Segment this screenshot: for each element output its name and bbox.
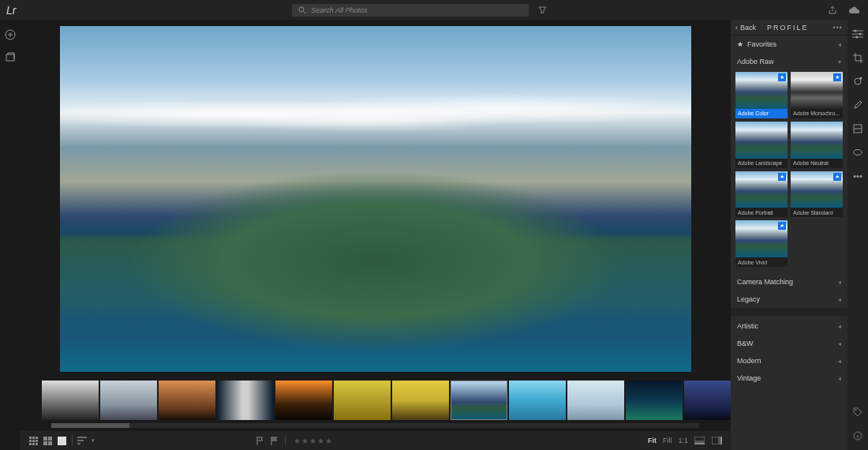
more-icon[interactable]: ••• [851,170,864,182]
profile-section[interactable]: Legacy◂ [731,291,847,308]
star-icon[interactable]: ★ [294,437,301,445]
profile-label: Adobe Vivid [735,257,788,267]
favorite-badge-icon: ★ [833,73,841,81]
star-icon: ★ [737,40,743,48]
filmstrip-thumb[interactable] [275,381,332,420]
svg-rect-17 [58,437,66,445]
radial-gradient-icon[interactable] [851,146,864,159]
rating-stars[interactable]: ★ ★ ★ ★ ★ [294,437,332,445]
strip-vertical-icon[interactable] [712,435,723,446]
star-icon[interactable]: ★ [325,437,332,445]
svg-rect-3 [6,54,14,61]
svg-rect-4 [29,437,32,439]
divider [285,436,286,445]
svg-rect-6 [36,437,38,439]
panel-menu-icon[interactable]: ••• [833,24,843,32]
svg-rect-12 [36,443,38,445]
profile-section[interactable]: Artistic◂ [731,317,847,335]
svg-rect-13 [43,437,47,441]
star-icon[interactable]: ★ [317,437,324,445]
svg-rect-19 [694,443,705,445]
profile-group-header[interactable]: Adobe Raw ▾ [731,53,847,70]
single-view-icon[interactable] [56,435,67,446]
app-logo: Lr [6,4,16,17]
filmstrip[interactable] [20,378,731,422]
profile-section[interactable]: Modern◂ [731,352,847,369]
library-icon[interactable] [5,51,16,62]
flag-pick-icon[interactable] [255,435,266,446]
filmstrip-thumb[interactable] [217,381,274,420]
crop-icon[interactable] [851,51,864,64]
profile-section[interactable]: Camera Matching◂ [731,273,847,291]
search-input[interactable]: Search All Photos [292,4,529,17]
profile-thumb [735,122,788,159]
favorites-section[interactable]: ★ Favorites ◂ [731,36,847,53]
chevron-left-icon: ◂ [838,323,841,330]
zoom-1to1[interactable]: 1:1 [678,437,688,444]
profile-thumb: ★ [791,171,843,208]
svg-point-23 [859,33,862,36]
cloud-icon[interactable] [847,3,862,17]
svg-point-0 [299,7,304,12]
filter-icon[interactable] [535,3,549,17]
svg-point-28 [854,150,862,156]
chevron-down-icon: ▾ [92,437,95,444]
profile-section[interactable]: Vintage◂ [731,369,847,387]
zoom-fill[interactable]: Fill [663,437,672,444]
add-photos-icon[interactable] [5,29,16,40]
favorite-badge-icon: ★ [778,222,786,230]
profile-label: Adobe Portrait [735,208,788,217]
profile-thumb: ★ [735,72,788,109]
filmstrip-scrollbar[interactable] [51,423,699,428]
grid-large-icon[interactable] [42,435,53,446]
chevron-left-icon: ◂ [838,340,841,347]
profile-label: Adobe Monochro... [791,109,843,118]
panel-header: ‹Back PROFILE ••• [731,20,847,36]
grid-small-icon[interactable] [28,435,39,446]
filmstrip-thumb[interactable] [159,381,215,420]
svg-rect-18 [694,437,705,441]
filmstrip-thumb[interactable] [567,381,624,420]
filmstrip-thumb[interactable] [509,381,566,420]
profile-card[interactable]: ★Adobe Color [735,72,788,118]
favorite-badge-icon: ★ [778,173,786,181]
star-icon[interactable]: ★ [309,437,316,445]
svg-rect-9 [36,440,38,442]
filmstrip-thumb[interactable] [334,381,391,420]
search-placeholder: Search All Photos [311,6,367,14]
sort-icon[interactable] [77,435,88,446]
filmstrip-thumb[interactable] [684,381,731,420]
svg-rect-8 [32,440,35,442]
heal-icon[interactable] [851,75,864,88]
svg-point-22 [855,30,857,32]
back-button[interactable]: ‹Back [735,24,756,32]
search-icon [298,6,306,14]
zoom-fit[interactable]: Fit [648,437,657,444]
filmstrip-thumb[interactable] [100,381,157,420]
filmstrip-thumb[interactable] [392,381,449,420]
flag-reject-icon[interactable] [269,435,280,446]
profile-card[interactable]: ★Adobe Monochro... [791,72,843,118]
share-icon[interactable] [825,3,840,17]
bottom-bar: ▾ ★ ★ ★ ★ ★ Fit Fill 1:1 [20,431,731,450]
profile-card[interactable]: ★Adobe Vivid [735,220,788,267]
filmstrip-thumb[interactable] [451,381,507,420]
linear-gradient-icon[interactable] [851,122,864,135]
profile-card[interactable]: ★Adobe Standard [791,171,843,218]
brush-icon[interactable] [851,99,864,111]
svg-rect-7 [29,440,32,442]
canvas-wrap: ▾ ★ ★ ★ ★ ★ Fit Fill 1:1 [20,20,731,450]
star-icon[interactable]: ★ [301,437,309,445]
main-photo[interactable] [60,26,691,372]
profile-section[interactable]: B&W◂ [731,335,847,352]
sliders-icon[interactable] [851,28,864,40]
strip-horizontal-icon[interactable] [694,435,705,446]
profile-thumb: ★ [791,72,843,109]
profile-card[interactable]: ★Adobe Portrait [735,171,788,218]
profile-card[interactable]: Adobe Landscape [735,122,788,168]
filmstrip-thumb[interactable] [42,381,99,420]
tag-icon[interactable] [851,406,864,418]
profile-card[interactable]: Adobe Neutral [791,122,843,168]
info-icon[interactable] [851,429,864,442]
filmstrip-thumb[interactable] [626,381,683,420]
